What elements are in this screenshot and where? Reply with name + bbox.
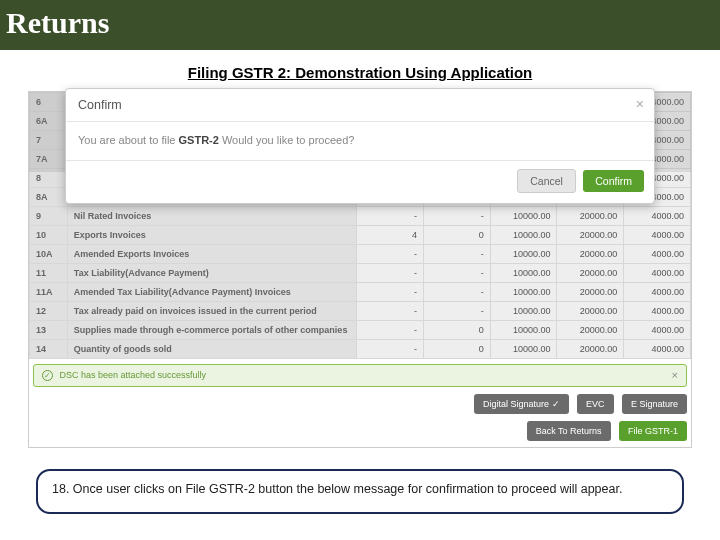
row-col4: 20000.00: [557, 283, 624, 302]
row-index: 7: [30, 131, 68, 150]
row-col3: 10000.00: [490, 264, 557, 283]
row-col4: 20000.00: [557, 302, 624, 321]
row-col1: -: [357, 340, 424, 359]
row-col3: 10000.00: [490, 340, 557, 359]
confirm-button[interactable]: Confirm: [583, 170, 644, 192]
table-row: 13Supplies made through e-commerce porta…: [30, 321, 691, 340]
row-col1: -: [357, 207, 424, 226]
row-index: 7A: [30, 150, 68, 169]
row-col1: 4: [357, 226, 424, 245]
row-col3: 10000.00: [490, 226, 557, 245]
table-row: 12Tax already paid on invoices issued in…: [30, 302, 691, 321]
step-caption: 18. Once user clicks on File GSTR-2 butt…: [36, 469, 684, 514]
row-col1: -: [357, 321, 424, 340]
evc-button[interactable]: EVC: [577, 394, 614, 414]
row-col2: -: [423, 264, 490, 283]
slide-header: Returns: [0, 0, 720, 50]
row-desc: Amended Exports Invoices: [67, 245, 356, 264]
row-col2: 0: [423, 321, 490, 340]
row-col2: -: [423, 302, 490, 321]
row-col5: 4000.00: [624, 264, 691, 283]
row-col3: 10000.00: [490, 302, 557, 321]
row-col4: 20000.00: [557, 264, 624, 283]
row-index: 6: [30, 93, 68, 112]
row-col4: 20000.00: [557, 207, 624, 226]
digital-signature-button[interactable]: Digital Signature ✓: [474, 394, 569, 414]
row-col5: 4000.00: [624, 207, 691, 226]
success-text: DSC has been attached successfully: [60, 370, 207, 380]
confirm-modal: Confirm × You are about to file GSTR-2 W…: [65, 88, 655, 204]
row-col5: 4000.00: [624, 302, 691, 321]
table-row: 9Nil Rated Invoices--10000.0020000.00400…: [30, 207, 691, 226]
row-desc: Tax Liability(Advance Payment): [67, 264, 356, 283]
table-row: 11AAmended Tax Liability(Advance Payment…: [30, 283, 691, 302]
close-icon[interactable]: ×: [672, 369, 678, 381]
row-index: 12: [30, 302, 68, 321]
row-col5: 4000.00: [624, 226, 691, 245]
row-col3: 10000.00: [490, 321, 557, 340]
page-title: Returns: [6, 6, 714, 40]
row-index: 11: [30, 264, 68, 283]
row-desc: Amended Tax Liability(Advance Payment) I…: [67, 283, 356, 302]
table-row: 10Exports Invoices4010000.0020000.004000…: [30, 226, 691, 245]
row-desc: Quantity of goods sold: [67, 340, 356, 359]
row-col4: 20000.00: [557, 226, 624, 245]
row-col2: -: [423, 245, 490, 264]
row-index: 8A: [30, 188, 68, 207]
modal-title: Confirm: [78, 98, 122, 112]
success-alert: ✓ DSC has been attached successfully ×: [33, 364, 687, 387]
row-index: 10A: [30, 245, 68, 264]
row-index: 14: [30, 340, 68, 359]
signature-button-row: Digital Signature ✓ EVC E Signature: [29, 387, 691, 420]
row-col5: 4000.00: [624, 245, 691, 264]
row-col4: 20000.00: [557, 340, 624, 359]
modal-footer: Cancel Confirm: [66, 160, 654, 203]
row-index: 11A: [30, 283, 68, 302]
row-col3: 10000.00: [490, 245, 557, 264]
table-row: 11Tax Liability(Advance Payment)--10000.…: [30, 264, 691, 283]
row-col3: 10000.00: [490, 207, 557, 226]
row-desc: Tax already paid on invoices issued in t…: [67, 302, 356, 321]
screenshot-container: 6B24000.006AAu4000.007D24000.007AAu4000.…: [28, 91, 692, 448]
row-index: 13: [30, 321, 68, 340]
esignature-button[interactable]: E Signature: [622, 394, 687, 414]
row-col5: 4000.00: [624, 283, 691, 302]
back-to-returns-button[interactable]: Back To Returns: [527, 421, 611, 441]
row-index: 9: [30, 207, 68, 226]
modal-header: Confirm ×: [66, 89, 654, 122]
row-col2: -: [423, 283, 490, 302]
modal-body: You are about to file GSTR-2 Would you l…: [66, 122, 654, 160]
section-title: Filing GSTR 2: Demonstration Using Appli…: [0, 50, 720, 87]
row-col2: -: [423, 207, 490, 226]
row-index: 10: [30, 226, 68, 245]
row-index: 8: [30, 169, 68, 188]
row-col2: 0: [423, 340, 490, 359]
row-col1: -: [357, 264, 424, 283]
row-col1: -: [357, 283, 424, 302]
row-desc: Exports Invoices: [67, 226, 356, 245]
row-desc: Nil Rated Invoices: [67, 207, 356, 226]
row-col3: 10000.00: [490, 283, 557, 302]
row-col1: -: [357, 302, 424, 321]
file-gstr-button[interactable]: File GSTR-1: [619, 421, 687, 441]
modal-close-icon[interactable]: ×: [636, 96, 644, 112]
table-row: 10AAmended Exports Invoices--10000.00200…: [30, 245, 691, 264]
row-col2: 0: [423, 226, 490, 245]
check-icon: ✓: [42, 370, 53, 381]
row-index: 6A: [30, 112, 68, 131]
row-col1: -: [357, 245, 424, 264]
row-col4: 20000.00: [557, 321, 624, 340]
row-desc: Supplies made through e-commerce portals…: [67, 321, 356, 340]
cancel-button[interactable]: Cancel: [517, 169, 576, 193]
row-col5: 4000.00: [624, 340, 691, 359]
table-row: 14Quantity of goods sold-010000.0020000.…: [30, 340, 691, 359]
row-col4: 20000.00: [557, 245, 624, 264]
row-col5: 4000.00: [624, 321, 691, 340]
